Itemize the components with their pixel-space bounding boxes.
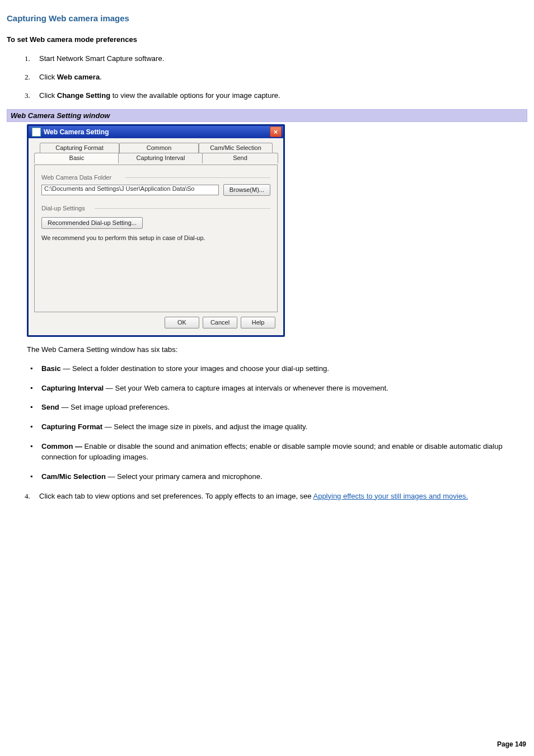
item-name: Common — xyxy=(41,442,82,450)
tab-panel-basic: Web Camera Data Folder C:\Documents and … xyxy=(34,165,278,312)
applying-effects-link[interactable]: Applying effects to your still images an… xyxy=(313,492,468,500)
text: Click each tab to view options and set p… xyxy=(39,492,313,500)
close-icon[interactable]: × xyxy=(270,126,282,137)
text: Click xyxy=(39,91,57,100)
item-desc: Set image upload preferences. xyxy=(71,403,170,411)
list-item: Send — Set image upload preferences. xyxy=(27,402,527,413)
item-name: Basic xyxy=(41,364,61,373)
text: Click xyxy=(39,73,57,81)
step-4: 4.Click each tab to view options and set… xyxy=(27,491,527,502)
tab-common[interactable]: Common xyxy=(119,143,199,153)
recommended-dialup-button[interactable]: Recommended Dial-up Setting... xyxy=(41,217,143,229)
page-title: Capturing Web camera images xyxy=(7,13,527,23)
dialog-titlebar: Web Camera Setting × xyxy=(29,126,283,138)
app-icon xyxy=(32,128,41,137)
item-desc: Select the image size in pixels, and adj… xyxy=(114,422,307,431)
list-item: Capturing Interval — Set your Web camera… xyxy=(27,383,527,394)
dialup-note: We recommend you to perform this setup i… xyxy=(41,234,270,241)
item-name: Capturing Interval xyxy=(41,384,104,392)
sep: — xyxy=(59,403,71,411)
list-item: Basic — Select a folder destination to s… xyxy=(27,364,527,374)
help-button[interactable]: Help xyxy=(241,317,275,328)
step-number: 2. xyxy=(25,72,30,83)
step-text: Start Network Smart Capture software. xyxy=(39,54,164,63)
tab-basic[interactable]: Basic xyxy=(34,153,119,163)
sep: — xyxy=(104,384,115,392)
ok-button[interactable]: OK xyxy=(165,317,199,328)
sep: — xyxy=(102,422,114,431)
data-folder-input[interactable]: C:\Documents and Settings\J User\Applica… xyxy=(41,185,219,195)
step-1: 1.Start Network Smart Capture software. xyxy=(27,54,527,64)
step-2: 2.Click Web camera. xyxy=(27,72,527,83)
tab-capturing-format[interactable]: Capturing Format xyxy=(40,143,119,153)
step-number: 3. xyxy=(25,91,30,101)
group-label-dialup: Dial-up Settings xyxy=(41,205,270,212)
web-camera-setting-dialog: Web Camera Setting × Capturing Format Co… xyxy=(27,124,285,337)
step-text: Click each tab to view options and set p… xyxy=(39,492,468,500)
browse-button[interactable]: Browse(M)... xyxy=(223,184,270,196)
item-name: Send xyxy=(41,403,59,411)
cancel-button[interactable]: Cancel xyxy=(203,317,237,328)
sep: — xyxy=(106,472,117,481)
tab-send[interactable]: Send xyxy=(202,153,278,163)
step-text: Click Web camera. xyxy=(39,73,102,81)
text: . xyxy=(100,73,102,81)
tabs-intro: The Web Camera Setting window has six ta… xyxy=(27,345,527,355)
step-number: 4. xyxy=(25,491,30,502)
item-desc: Select your primary camera and microphon… xyxy=(117,472,262,481)
item-desc: Select a folder destination to store you… xyxy=(72,364,329,373)
list-item: Capturing Format — Select the image size… xyxy=(27,422,527,433)
step-text: Click Change Setting to view the availab… xyxy=(39,91,280,100)
item-name: Capturing Format xyxy=(41,422,102,431)
step-3: 3.Click Change Setting to view the avail… xyxy=(27,91,527,101)
list-item: Cam/Mic Selection — Select your primary … xyxy=(27,472,527,482)
item-name: Cam/Mic Selection xyxy=(41,472,106,481)
step-number: 1. xyxy=(25,54,30,64)
bold-text: Change Setting xyxy=(57,91,110,100)
subheading: To set Web camera mode preferences xyxy=(7,35,527,44)
text: to view the available options for your i… xyxy=(110,91,280,100)
page-number: Page 149 xyxy=(497,740,526,748)
tab-capturing-interval[interactable]: Capturing Interval xyxy=(118,153,203,163)
item-desc: Set your Web camera to capture images at… xyxy=(115,384,388,392)
figure-caption: Web Camera Setting window xyxy=(7,109,527,122)
tab-cam-mic-selection[interactable]: Cam/Mic Selection xyxy=(199,143,273,153)
group-label-folder: Web Camera Data Folder xyxy=(41,174,270,181)
bold-text: Web camera xyxy=(57,73,100,81)
list-item: Common — Enable or disable the sound and… xyxy=(27,442,527,463)
tab-strip: Capturing Format Common Cam/Mic Selectio… xyxy=(34,143,278,165)
sep: — xyxy=(61,364,72,373)
item-desc: Enable or disable the sound and animatio… xyxy=(41,442,503,461)
dialog-title: Web Camera Setting xyxy=(44,128,109,136)
